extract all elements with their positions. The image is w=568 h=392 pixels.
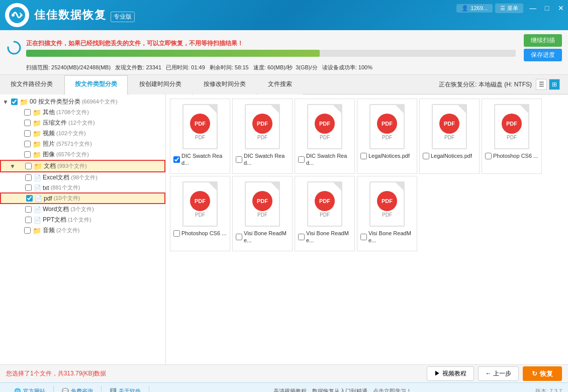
tree-count-word: (3个文件) <box>70 206 93 213</box>
file-item[interactable]: PDFPDFVisi Bone ReadMe... <box>232 176 293 251</box>
tree-item-photos[interactable]: 📁 照片 (57571个文件) <box>0 139 165 149</box>
file-checkbox[interactable] <box>298 234 305 240</box>
tree-item-audio[interactable]: 📁 音频 (2个文件) <box>0 225 165 236</box>
list-view-icon[interactable]: ☰ <box>536 79 547 90</box>
file-checkbox[interactable] <box>298 156 305 163</box>
close-button[interactable]: ✕ <box>554 1 568 15</box>
file-checkbox[interactable] <box>423 153 429 159</box>
tree-checkbox-audio[interactable] <box>24 227 31 234</box>
prev-step-button[interactable]: ← 上一步 <box>478 366 519 381</box>
app-logo <box>5 3 29 27</box>
chat-icon: 💬 <box>62 388 69 392</box>
tree-item-video[interactable]: 📁 视频 (102个文件) <box>0 128 165 139</box>
footer-version: 版本: 7.3.7 <box>535 387 562 392</box>
tree-checkbox-root[interactable] <box>11 99 18 105</box>
file-checkbox-row: DIC Swatch Read... <box>236 152 289 167</box>
file-checkbox-row: DIC Swatch Read... <box>298 152 351 167</box>
tree-checkbox-other[interactable] <box>24 109 31 116</box>
menu-button[interactable]: ☰菜单 <box>495 4 523 13</box>
file-item[interactable]: PDFPDFVisi Bone ReadMe... <box>295 176 355 251</box>
tree-checkbox-docs[interactable] <box>25 163 32 169</box>
about-software-button[interactable]: ℹ️ 关于软件 <box>102 385 149 392</box>
file-checkbox[interactable] <box>360 234 367 240</box>
continue-scan-button[interactable]: 继续扫描 <box>524 34 562 47</box>
file-checkbox[interactable] <box>360 153 367 159</box>
tree-label-txt: txt <box>43 184 49 191</box>
tree-label-other: 其他 <box>43 108 55 117</box>
tab-by-modify-time[interactable]: 按修改时间分类 <box>193 75 256 94</box>
tree-item-ppt[interactable]: 📄 PPT文档 (1个文件) <box>0 215 165 225</box>
tab-by-path[interactable]: 按文件路径分类 <box>0 75 63 94</box>
right-panel: PDFPDFDIC Swatch Read...PDFPDFDIC Swatch… <box>166 94 568 364</box>
progress-bar-fill <box>26 50 320 57</box>
folder-icon-audio: 📁 <box>33 227 41 235</box>
tree-item-root[interactable]: ▼ 📁 00 按文件类型分类 (66964个文件) <box>0 96 165 107</box>
tab-by-type[interactable]: 按文件类型分类 <box>64 75 128 94</box>
recover-button[interactable]: ↻ 恢复 <box>523 366 562 381</box>
tree-checkbox-txt[interactable] <box>25 184 32 191</box>
tree-item-word[interactable]: 📄 Word文档 (3个文件) <box>0 204 165 215</box>
file-checkbox[interactable] <box>485 153 492 159</box>
tree-checkbox-compressed[interactable] <box>24 120 31 126</box>
tree-label-ppt: PPT文档 <box>43 216 66 224</box>
file-item[interactable]: PDFPDFDIC Swatch Read... <box>295 99 355 174</box>
progress-info: 扫描范围: 25240(MB)/242488(MB) 发现文件数: 23341 … <box>26 64 562 71</box>
tree-checkbox-video[interactable] <box>24 130 31 137</box>
file-item[interactable]: PDFPDFDIC Swatch Read... <box>170 99 230 174</box>
doc-icon-excel: 📄 <box>34 174 41 181</box>
file-item[interactable]: PDFPDFVisi Bone ReadMe... <box>357 176 417 251</box>
tree-toggle-docs[interactable]: ▼ <box>9 163 16 170</box>
maximize-button[interactable]: □ <box>540 1 554 15</box>
tree-count-other: (1708个文件) <box>56 109 89 116</box>
tree-item-excel[interactable]: 📄 Excel文档 (98个文件) <box>0 172 165 183</box>
tree-checkbox-images[interactable] <box>24 151 31 158</box>
tree-checkbox-pdf[interactable] <box>26 195 33 202</box>
tree-toggle-other2 <box>15 109 22 116</box>
file-item[interactable]: PDFPDFDIC Swatch Read... <box>232 99 293 174</box>
tree-item-txt[interactable]: 📄 txt (881个文件) <box>0 183 165 192</box>
official-site-button[interactable]: 🌐 官方网站 <box>6 385 54 392</box>
save-progress-button[interactable]: 保存进度 <box>524 49 562 61</box>
file-checkbox-row: LegalNotices.pdf <box>360 152 414 159</box>
progress-actions: 继续扫描 保存进度 <box>524 34 562 61</box>
tree-checkbox-photos[interactable] <box>24 141 31 147</box>
file-name: DIC Swatch Read... <box>244 152 289 167</box>
file-checkbox-row: Visi Bone ReadMe... <box>360 230 414 244</box>
pdf-red-circle: PDF <box>377 114 397 134</box>
grid-view-icon[interactable]: ⊞ <box>549 79 560 90</box>
tree-item-docs[interactable]: ▼ 📁 文档 (993个文件) <box>0 160 165 172</box>
tree-checkbox-excel[interactable] <box>25 174 32 181</box>
tree-count-video: (102个文件) <box>56 130 86 137</box>
pdf-icon: PDFPDF <box>307 181 342 227</box>
free-consult-button[interactable]: 💬 免费咨询 <box>54 385 102 392</box>
recover-label: 恢复 <box>540 369 553 378</box>
tree-item-other[interactable]: 📁 其他 (1708个文件) <box>0 107 165 118</box>
file-checkbox[interactable] <box>173 156 180 163</box>
user-badge[interactable]: 👤1269... <box>456 4 493 13</box>
video-course-button[interactable]: ▶ 视频教程 <box>427 366 474 381</box>
file-grid: PDFPDFDIC Swatch Read...PDFPDFDIC Swatch… <box>170 99 564 251</box>
file-checkbox-row: Visi Bone ReadMe... <box>298 230 351 244</box>
tree-checkbox-word[interactable] <box>25 206 32 213</box>
minimize-button[interactable]: — <box>526 1 540 15</box>
file-item[interactable]: PDFPDFPhotoshop CS6 ... <box>170 176 230 251</box>
file-checkbox[interactable] <box>173 230 180 237</box>
file-checkbox[interactable] <box>236 234 242 240</box>
doc-icon-txt: 📄 <box>34 184 41 191</box>
tree-item-compressed[interactable]: 📁 压缩文件 (12个文件) <box>0 118 165 128</box>
file-checkbox[interactable] <box>236 156 242 163</box>
file-item[interactable]: PDFPDFPhotoshop CS6 ... <box>482 99 542 174</box>
file-name: DIC Swatch Read... <box>181 152 227 167</box>
progress-spinner-icon <box>6 40 22 56</box>
tree-item-pdf[interactable]: 📄 pdf (10个文件) <box>0 192 165 204</box>
tree-checkbox-ppt[interactable] <box>25 217 32 223</box>
tree-toggle-root[interactable]: ▼ <box>2 99 9 106</box>
pdf-label-bottom: PDF <box>320 135 330 140</box>
tab-file-search[interactable]: 文件搜索 <box>257 75 303 94</box>
file-item[interactable]: PDFPDFLegalNotices.pdf <box>419 99 480 174</box>
tree-item-images[interactable]: 📁 图像 (6576个文件) <box>0 149 165 160</box>
tab-by-create-time[interactable]: 按创建时间分类 <box>129 75 192 94</box>
pdf-label-bottom: PDF <box>444 135 454 140</box>
main-content: ▼ 📁 00 按文件类型分类 (66964个文件) 📁 其他 (1708个文件)… <box>0 94 568 364</box>
file-item[interactable]: PDFPDFLegalNotices.pdf <box>357 99 417 174</box>
